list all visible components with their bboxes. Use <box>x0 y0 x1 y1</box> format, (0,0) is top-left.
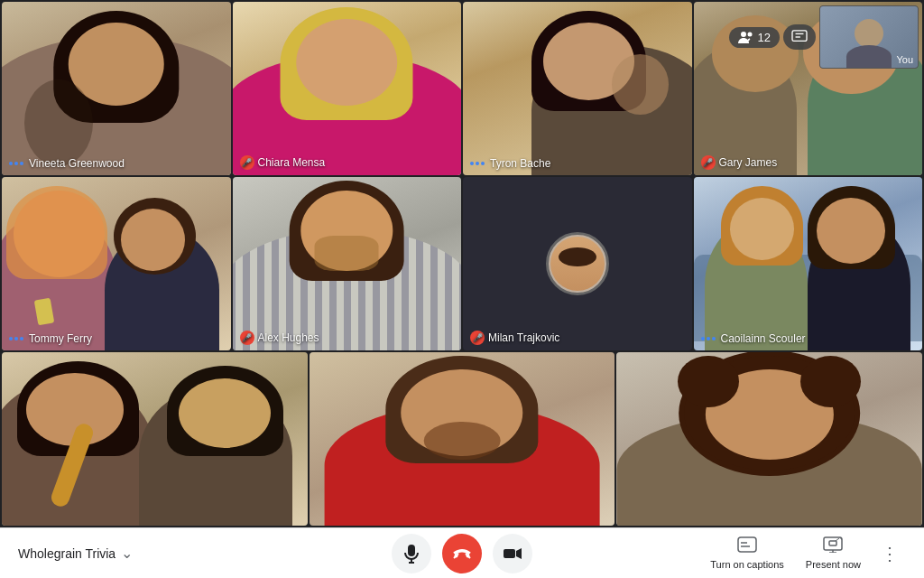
vineeta-label: Vineeta Greenwood <box>9 157 125 170</box>
milan-mic-icon: 🎤 <box>470 331 485 345</box>
chiara-label: 🎤 Chiara Mensa <box>240 155 326 170</box>
cell-caoilainn: Caoilainn Scouler <box>694 177 923 350</box>
svg-rect-2 <box>792 31 807 42</box>
present-icon <box>823 536 843 557</box>
svg-rect-20 <box>829 541 836 545</box>
top-right-controls: 12 You <box>729 5 919 69</box>
more-options-button[interactable]: ⋮ <box>873 537 906 570</box>
present-button[interactable]: Present now <box>797 533 870 573</box>
camera-button[interactable] <box>493 534 532 573</box>
svg-marker-13 <box>516 548 522 559</box>
captions-button[interactable]: Turn on captions <box>701 533 793 573</box>
self-view-label: You <box>896 54 913 65</box>
participants-count: 12 <box>758 31 771 44</box>
cell-bottom3 <box>616 352 922 526</box>
svg-rect-17 <box>824 537 842 550</box>
caoilainn-label: Caoilainn Scouler <box>701 332 806 345</box>
captions-label: Turn on captions <box>710 559 784 570</box>
gary-mic-icon: 🎤 <box>701 155 716 170</box>
tommy-label: Tommy Ferry <box>9 332 92 345</box>
svg-line-21 <box>836 538 839 541</box>
cell-alex: 🎤 Alex Hughes <box>233 177 462 350</box>
milan-label: 🎤 Milan Trajkovic <box>470 331 559 345</box>
cell-tommy: Tommy Ferry <box>2 177 231 350</box>
svg-rect-5 <box>408 545 415 556</box>
cell-milan: 🎤 Milan Trajkovic <box>463 177 692 350</box>
video-grid: 12 You <box>0 0 924 527</box>
svg-point-0 <box>741 32 746 37</box>
cell-vineeta: Vineeta Greenwood <box>2 2 231 175</box>
svg-rect-14 <box>738 537 756 552</box>
alex-mic-icon: 🎤 <box>240 331 254 345</box>
row-3 <box>2 352 922 526</box>
present-label: Present now <box>806 559 861 570</box>
alex-label: 🎤 Alex Hughes <box>240 331 319 345</box>
svg-marker-22 <box>839 537 842 540</box>
row-2: Tommy Ferry 🎤 Alex Hug <box>2 177 922 350</box>
chevron-down-icon[interactable]: ⌄ <box>121 545 133 562</box>
captions-icon <box>737 536 757 557</box>
chat-button[interactable] <box>783 24 816 50</box>
gary-label: 🎤 Gary James <box>701 155 778 170</box>
cell-tyron: Tyron Bache <box>463 2 692 175</box>
chiara-mic-icon: 🎤 <box>240 155 254 170</box>
end-call-button[interactable] <box>442 534 482 573</box>
meeting-title-text: Wholegrain Trivia <box>18 546 116 561</box>
self-view: You <box>819 5 919 69</box>
participants-button[interactable]: 12 <box>729 27 780 48</box>
milan-avatar <box>546 232 609 295</box>
svg-rect-12 <box>504 549 515 558</box>
svg-point-1 <box>747 33 752 37</box>
center-controls <box>392 534 532 573</box>
cell-bottom1 <box>2 352 308 526</box>
bottom-bar: Wholegrain Trivia ⌄ <box>0 527 924 578</box>
mic-button[interactable] <box>392 534 431 573</box>
grid-rows: Vineeta Greenwood 🎤 Chiara Mensa <box>2 2 922 526</box>
cell-chiara: 🎤 Chiara Mensa <box>233 2 462 175</box>
tyron-label: Tyron Bache <box>470 157 550 170</box>
cell-bottom2 <box>310 352 615 526</box>
